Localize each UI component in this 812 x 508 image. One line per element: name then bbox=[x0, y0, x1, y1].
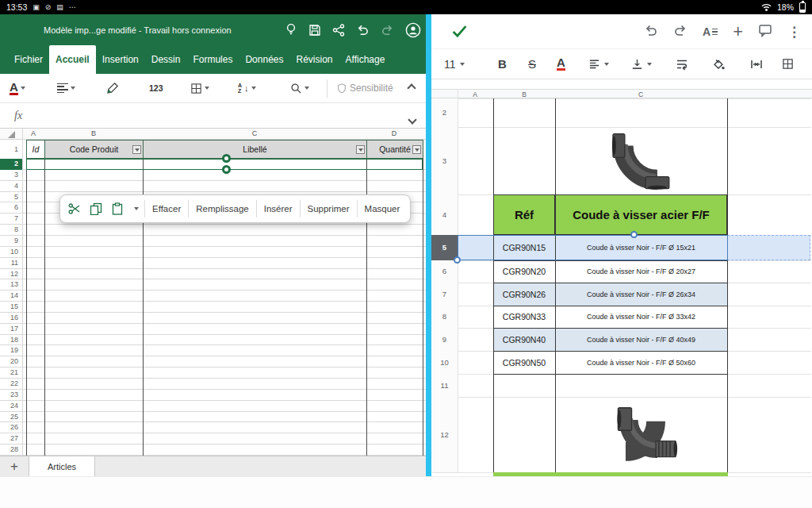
cell-libelle-header[interactable]: Libellé bbox=[143, 140, 367, 159]
vertical-align-button[interactable] bbox=[631, 49, 652, 79]
table-header-ref[interactable]: Réf bbox=[493, 194, 555, 235]
row-header-10[interactable]: 10 bbox=[431, 351, 458, 374]
row-header-2[interactable]: 2 bbox=[0, 159, 22, 170]
font-size-control[interactable]: 11 bbox=[444, 49, 465, 79]
context-menu-expand-button[interactable] bbox=[128, 197, 144, 221]
filter-button[interactable] bbox=[412, 145, 421, 154]
borders-button[interactable] bbox=[782, 49, 794, 79]
row-header-10[interactable]: 10 bbox=[0, 247, 22, 258]
row-header-21[interactable]: 21 bbox=[0, 368, 22, 379]
formula-expand-button[interactable] bbox=[409, 112, 416, 126]
ribbon-tab-affichage[interactable]: Affichage bbox=[339, 45, 392, 74]
label-cell[interactable]: Coude à visser Noir - F/F Ø 50x60 bbox=[555, 351, 727, 374]
ribbon-tab-insertion[interactable]: Insertion bbox=[96, 45, 145, 74]
row-header-3[interactable]: 3 bbox=[431, 127, 458, 194]
table-header-title[interactable]: Coude à visser acier F/F bbox=[555, 194, 727, 235]
row-header-20[interactable]: 20 bbox=[0, 356, 22, 368]
row-header-17[interactable]: 17 bbox=[0, 324, 22, 335]
row-header-9[interactable]: 9 bbox=[0, 236, 22, 247]
horizontal-align-button[interactable] bbox=[588, 49, 609, 79]
split-screen-divider[interactable] bbox=[426, 14, 431, 476]
row-header-7[interactable]: 7 bbox=[0, 214, 22, 225]
row-header-6[interactable]: 6 bbox=[431, 260, 458, 283]
row-header-12[interactable]: 12 bbox=[431, 397, 458, 472]
ref-cell[interactable]: CGR90N20 bbox=[493, 260, 555, 283]
row-header-24[interactable]: 24 bbox=[0, 401, 22, 412]
cut-button[interactable] bbox=[63, 197, 85, 221]
column-header-b[interactable]: B bbox=[91, 129, 96, 137]
row-header-13[interactable]: 13 bbox=[0, 279, 22, 291]
undo-button[interactable] bbox=[644, 23, 658, 40]
number-format-button[interactable]: 123 bbox=[149, 74, 163, 102]
sheet-tab-articles[interactable]: Articles bbox=[29, 456, 95, 476]
row-header-9[interactable]: 9 bbox=[431, 328, 458, 351]
format-painter-button[interactable] bbox=[106, 74, 119, 102]
cell-quantite-header[interactable]: Quantité bbox=[366, 140, 423, 159]
overflow-menu-button[interactable]: ⋮ bbox=[787, 24, 801, 40]
insert-button[interactable]: + bbox=[733, 24, 743, 40]
ribbon-tab-dessin[interactable]: Dessin bbox=[145, 45, 187, 74]
column-header-d[interactable]: D bbox=[392, 129, 397, 137]
formula-bar[interactable]: fx bbox=[0, 103, 426, 129]
column-header-c[interactable]: C bbox=[252, 129, 258, 137]
row-header-7[interactable]: 7 bbox=[431, 283, 458, 306]
label-cell[interactable]: Coude à visser Noir - F/F Ø 26x34 bbox=[555, 283, 727, 306]
menu-item-supprimer[interactable]: Supprimer bbox=[301, 204, 357, 214]
row-header-11[interactable]: 11 bbox=[431, 374, 458, 397]
row-header-25[interactable]: 25 bbox=[0, 412, 22, 423]
row-header-2[interactable]: 2 bbox=[431, 98, 458, 127]
row-header-1[interactable]: 1 bbox=[0, 140, 22, 159]
ribbon-tab-revision[interactable]: Révision bbox=[289, 45, 339, 74]
selection-handle-bottom-left[interactable] bbox=[454, 256, 461, 264]
row-header-4[interactable]: 4 bbox=[431, 194, 458, 235]
redo-button[interactable] bbox=[673, 23, 688, 40]
column-header-a[interactable]: A bbox=[31, 129, 36, 137]
label-cell[interactable]: Coude à visser Noir - F/F Ø 33x42 bbox=[555, 306, 727, 328]
row-header-22[interactable]: 22 bbox=[0, 379, 22, 390]
row-header-4[interactable]: 4 bbox=[0, 181, 22, 192]
selection-handle-top[interactable] bbox=[630, 231, 638, 238]
column-header-b[interactable]: B bbox=[522, 90, 527, 98]
done-check-button[interactable] bbox=[450, 22, 469, 44]
collapse-ribbon-button[interactable] bbox=[408, 74, 415, 102]
row-header-14[interactable]: 14 bbox=[0, 291, 22, 302]
menu-item-masquer[interactable]: Masquer bbox=[358, 204, 408, 214]
search-button[interactable] bbox=[290, 74, 309, 102]
row-header-23[interactable]: 23 bbox=[0, 390, 22, 401]
redo-button[interactable] bbox=[381, 23, 394, 37]
row-header-5[interactable]: 5 bbox=[0, 192, 22, 203]
strikethrough-button[interactable]: S bbox=[528, 49, 536, 79]
row-header-26[interactable]: 26 bbox=[0, 422, 22, 433]
borders-button[interactable] bbox=[190, 74, 209, 102]
menu-item-inserer[interactable]: Insérer bbox=[257, 204, 300, 214]
menu-item-effacer[interactable]: Effacer bbox=[145, 204, 188, 214]
copy-button[interactable] bbox=[85, 197, 106, 221]
cell-code-produit-header[interactable]: Code Produit bbox=[44, 140, 144, 159]
ribbon-tab-formules[interactable]: Formules bbox=[186, 45, 239, 74]
menu-item-remplissage[interactable]: Remplissage bbox=[189, 204, 255, 214]
wrap-text-button[interactable] bbox=[676, 49, 688, 79]
label-cell[interactable]: Coude à visser Noir - F/F Ø 20x27 bbox=[555, 260, 727, 283]
account-avatar[interactable] bbox=[405, 22, 421, 38]
row-header-12[interactable]: 12 bbox=[0, 269, 22, 280]
comment-button[interactable] bbox=[758, 23, 772, 40]
fill-color-button[interactable] bbox=[712, 49, 725, 79]
row-header-18[interactable]: 18 bbox=[0, 335, 22, 346]
row-header-15[interactable]: 15 bbox=[0, 302, 22, 313]
sort-button[interactable]: AZ ↓ bbox=[238, 74, 256, 102]
selection-handle-top[interactable] bbox=[222, 154, 231, 163]
row-header-6[interactable]: 6 bbox=[0, 202, 22, 214]
ref-cell[interactable]: CGR90N40 bbox=[493, 328, 555, 351]
row-header-27[interactable]: 27 bbox=[0, 433, 22, 444]
merge-cells-button[interactable] bbox=[750, 49, 763, 79]
column-header-c[interactable]: C bbox=[638, 90, 643, 98]
save-button[interactable] bbox=[308, 24, 321, 37]
column-header-a[interactable]: A bbox=[473, 90, 477, 98]
row-header-8[interactable]: 8 bbox=[431, 306, 458, 328]
cell-id-header[interactable]: Id bbox=[26, 140, 45, 159]
row-header-3[interactable]: 3 bbox=[0, 170, 22, 181]
bold-button[interactable]: B bbox=[498, 49, 507, 79]
row-header-28[interactable]: 28 bbox=[0, 444, 22, 456]
row-header-8[interactable]: 8 bbox=[0, 225, 22, 236]
ribbon-tab-accueil[interactable]: Accueil bbox=[49, 45, 96, 74]
